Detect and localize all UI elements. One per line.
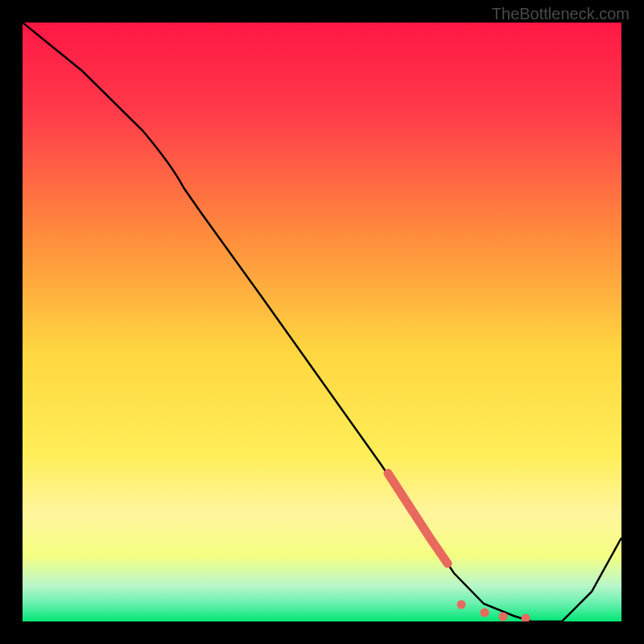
dot-3 [499, 613, 508, 621]
chart-container [23, 23, 621, 621]
dot-2 [481, 609, 489, 617]
bottleneck-curve [23, 23, 621, 621]
highlight-band [388, 473, 448, 564]
dot-4 [522, 614, 530, 622]
curve-path [23, 23, 621, 621]
dot-1 [457, 601, 466, 609]
watermark-text: TheBottleneck.com [492, 5, 630, 23]
